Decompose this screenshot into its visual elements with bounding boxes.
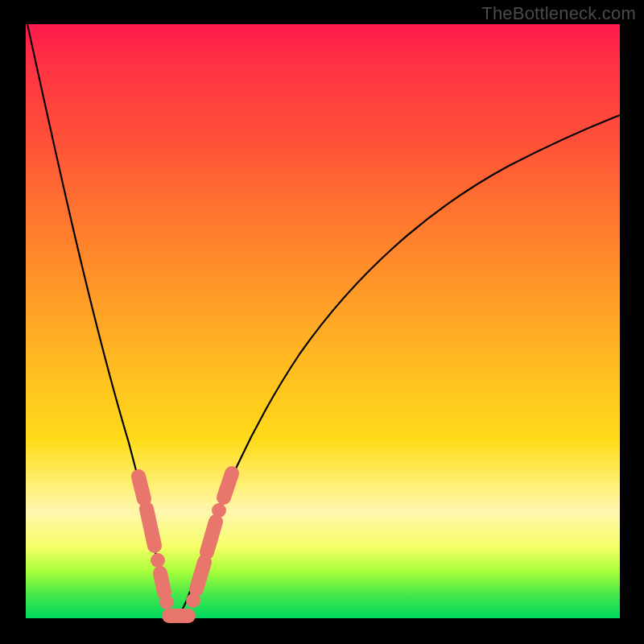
salmon-seg: [224, 473, 232, 497]
chart-frame: TheBottleneck.com: [0, 0, 644, 644]
chart-svg: [26, 24, 620, 618]
salmon-cluster-right: [186, 473, 232, 608]
salmon-bead: [212, 503, 226, 518]
salmon-seg: [147, 509, 155, 546]
salmon-seg: [207, 522, 216, 552]
salmon-seg: [138, 477, 144, 499]
curve-right-branch: [174, 115, 620, 617]
salmon-bead: [159, 595, 174, 609]
salmon-seg: [160, 573, 164, 592]
plot-area: [26, 24, 620, 618]
salmon-bead: [151, 553, 165, 568]
salmon-cluster-left: [138, 477, 174, 609]
watermark-text: TheBottleneck.com: [481, 3, 636, 24]
salmon-seg: [196, 562, 204, 589]
